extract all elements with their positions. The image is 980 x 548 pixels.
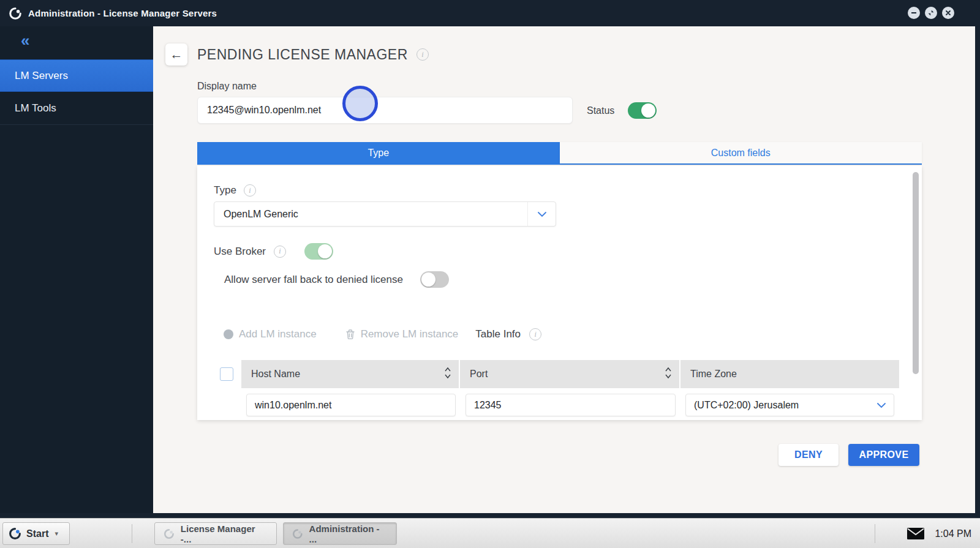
status-label: Status	[587, 105, 614, 116]
start-logo-icon	[9, 527, 21, 540]
time-zone-value: (UTC+02:00) Jerusalem	[686, 400, 869, 411]
type-info-icon[interactable]: i	[244, 184, 256, 197]
toggle-knob	[318, 244, 332, 258]
openlm-logo-icon	[9, 7, 22, 20]
panel-scrollbar[interactable]	[913, 172, 919, 374]
add-instance-icon	[224, 329, 233, 339]
window-right-frame	[975, 0, 980, 518]
maximize-icon	[927, 9, 935, 17]
approve-button[interactable]: APPROVE	[848, 444, 919, 466]
deny-button[interactable]: DENY	[778, 444, 839, 466]
start-label: Start	[26, 528, 48, 539]
sidebar-item-lm-servers[interactable]: LM Servers	[0, 59, 153, 92]
maximize-button[interactable]	[925, 7, 937, 19]
column-label: Port	[470, 369, 488, 380]
sidebar-item-label: LM Servers	[15, 70, 68, 82]
table-info-info-icon[interactable]: i	[529, 328, 541, 340]
remove-lm-instance-label: Remove LM instance	[361, 328, 459, 340]
minimize-button[interactable]	[908, 7, 920, 19]
use-broker-toggle[interactable]	[304, 243, 333, 260]
close-button[interactable]	[942, 7, 954, 19]
tab-type[interactable]: Type	[197, 142, 560, 163]
taskbar: Start ▾ License Manager -... Administrat…	[0, 518, 980, 548]
remove-lm-instance-button[interactable]: Remove LM instance	[345, 328, 459, 340]
toggle-knob	[421, 272, 435, 287]
page-title-info-icon[interactable]: i	[417, 48, 429, 61]
display-name-input[interactable]	[197, 97, 573, 124]
app-logo-icon	[164, 528, 175, 539]
clock: 1:04 PM	[935, 528, 971, 539]
tab-custom-fields[interactable]: Custom fields	[560, 142, 922, 163]
mail-icon[interactable]	[907, 527, 925, 540]
app-window: Administration - License Manager Servers…	[0, 0, 980, 518]
window-title: Administration - License Manager Servers	[28, 8, 217, 18]
column-header-host-name[interactable]: Host Name	[241, 360, 460, 388]
port-input[interactable]	[466, 394, 676, 416]
start-caret-icon: ▾	[55, 530, 58, 538]
sort-icon	[665, 366, 672, 382]
fallback-toggle[interactable]	[420, 271, 449, 288]
system-tray: 1:04 PM	[907, 519, 971, 548]
taskbar-separator	[875, 524, 875, 543]
back-button[interactable]: ←	[165, 43, 187, 66]
window-bottom-frame	[0, 513, 980, 518]
taskbar-separator	[132, 524, 132, 543]
add-lm-instance-label: Add LM instance	[239, 328, 317, 340]
type-tab-panel: Type i OpenLM Generic Use Broker i Allow…	[197, 166, 922, 420]
click-indicator	[342, 86, 378, 121]
row-select-checkbox[interactable]	[220, 367, 233, 381]
chevron-down-icon	[876, 402, 886, 408]
tab-bar: Type Custom fields	[197, 142, 922, 165]
toggle-knob	[641, 103, 655, 118]
table-row: (UTC+02:00) Jerusalem	[241, 388, 899, 420]
sidebar-item-label: LM Tools	[15, 102, 56, 114]
table-info-label: Table Info	[475, 328, 521, 340]
taskbar-item-label: License Manager -...	[181, 524, 268, 544]
page-header: ← PENDING LICENSE MANAGER i	[165, 43, 429, 66]
sidebar-collapse-button[interactable]: «	[21, 32, 29, 48]
minimize-icon	[910, 9, 918, 17]
sidebar: « LM Servers LM Tools	[0, 26, 153, 513]
sidebar-item-lm-tools[interactable]: LM Tools	[0, 92, 153, 125]
type-label: Type	[214, 184, 236, 197]
status-toggle[interactable]	[628, 102, 657, 119]
time-zone-select[interactable]: (UTC+02:00) Jerusalem	[685, 394, 894, 416]
page-title: PENDING LICENSE MANAGER	[197, 47, 408, 63]
column-label: Time Zone	[690, 369, 737, 380]
fallback-label: Allow server fall back to denied license	[224, 274, 403, 286]
taskbar-item-administration[interactable]: Administration - ...	[283, 522, 397, 545]
display-name-label: Display name	[197, 81, 257, 92]
type-dropdown[interactable]: OpenLM Generic	[214, 201, 556, 227]
start-button[interactable]: Start ▾	[2, 522, 70, 545]
type-dropdown-value: OpenLM Generic	[214, 209, 527, 220]
use-broker-label: Use Broker	[214, 246, 266, 258]
chevron-down-icon	[537, 211, 547, 217]
main-content: ← PENDING LICENSE MANAGER i Display name…	[153, 26, 975, 513]
taskbar-item-label: Administration - ...	[309, 524, 388, 544]
app-logo-icon	[292, 528, 303, 539]
titlebar: Administration - License Manager Servers	[0, 0, 980, 26]
sort-icon	[444, 366, 451, 382]
taskbar-item-license-manager[interactable]: License Manager -...	[154, 522, 277, 545]
use-broker-info-icon[interactable]: i	[274, 246, 286, 258]
column-header-time-zone[interactable]: Time Zone	[680, 360, 899, 388]
table-header: Host Name Port Time Zone	[241, 360, 899, 388]
column-label: Host Name	[251, 369, 300, 380]
add-lm-instance-button[interactable]: Add LM instance	[224, 328, 317, 340]
column-header-port[interactable]: Port	[460, 360, 680, 388]
close-icon	[944, 9, 952, 17]
host-name-input[interactable]	[246, 394, 456, 416]
trash-icon	[345, 329, 355, 340]
